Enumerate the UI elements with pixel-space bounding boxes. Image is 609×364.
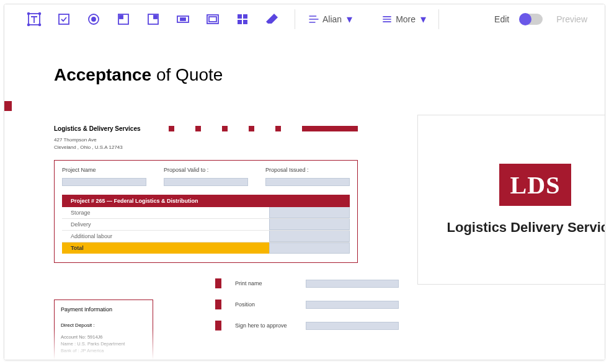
svg-rect-15 (209, 17, 216, 22)
form-left-tool-icon[interactable] (111, 7, 136, 32)
bullet-icon (215, 300, 221, 309)
preview-mode-label: Preview (556, 14, 587, 24)
issued-label: Proposal Issued : (265, 167, 350, 173)
document-sheet: Logistics & Delivery Services 427 Thomps… (54, 125, 358, 263)
radio-tool-icon[interactable] (81, 7, 106, 32)
table-row: Additional labour (62, 231, 350, 242)
svg-rect-11 (154, 16, 157, 19)
form-right-tool-icon[interactable] (141, 7, 166, 32)
svg-rect-17 (243, 14, 247, 19)
project-name-label: Project Name (62, 167, 146, 173)
more-dropdown[interactable]: More ▾ (378, 9, 429, 30)
print-name-label: Print name (235, 280, 292, 286)
svg-point-3 (28, 24, 30, 26)
eraser-tool-icon[interactable] (260, 7, 285, 32)
toolbar: Alian ▾ More ▾ Edit Preview (4, 4, 605, 34)
toolbar-divider (438, 9, 439, 29)
address-line-2: Cleveland , Ohio , U.S.A 12743 (54, 144, 358, 151)
project-name-input[interactable] (62, 178, 146, 186)
position-input[interactable] (306, 301, 399, 309)
more-label: More (396, 14, 416, 24)
valid-to-input[interactable] (164, 178, 248, 186)
bullet-icon (215, 278, 221, 288)
print-name-input[interactable] (306, 280, 399, 288)
image-tool-icon[interactable] (200, 7, 225, 32)
company-name: Logistics & Delivery Services (54, 125, 141, 132)
amount-input[interactable] (269, 219, 350, 230)
svg-rect-5 (59, 14, 69, 24)
valid-to-label: Proposal Valid to : (164, 167, 248, 173)
amount-input[interactable] (269, 207, 350, 218)
svg-point-2 (39, 13, 41, 15)
address-line-1: 427 Thompson Ave (54, 137, 358, 143)
toolbar-divider (295, 9, 295, 29)
payment-subtitle: Direct Deposit : (61, 322, 146, 328)
canvas: Acceptance of Quote Logistics & Delivery… (4, 34, 605, 360)
lds-caption: Logistics Delivery Services (447, 220, 605, 236)
payment-title: Payment Information (61, 306, 146, 313)
lds-logo: LDS (499, 164, 571, 206)
table-row: Storage (62, 207, 350, 219)
decorative-dashes (169, 126, 358, 131)
chevron-down-icon: ▾ (420, 12, 426, 26)
brand-card: LDS Logistics Delivery Services (417, 115, 605, 285)
position-label: Position (235, 301, 292, 308)
amount-input[interactable] (269, 231, 350, 242)
checkbox-tool-icon[interactable] (51, 7, 76, 32)
grid-tool-icon[interactable] (230, 7, 255, 32)
edit-preview-toggle[interactable] (520, 14, 543, 25)
chevron-down-icon: ▾ (347, 12, 352, 26)
total-input[interactable] (269, 242, 350, 254)
table-total-row: Total (62, 242, 350, 254)
svg-rect-16 (238, 14, 242, 19)
tab-marker (4, 101, 12, 111)
svg-rect-13 (180, 18, 185, 20)
svg-rect-9 (120, 16, 123, 19)
fade-overlay (4, 329, 605, 360)
table-row: Delivery (62, 219, 350, 231)
page-title: Acceptance of Quote (54, 65, 223, 85)
sign-approve-label: Sign here to approve (235, 322, 292, 329)
app-frame: Alian ▾ More ▾ Edit Preview Acceptance o… (4, 4, 605, 360)
svg-point-1 (28, 13, 30, 15)
svg-rect-18 (238, 20, 242, 24)
grid-header: Project # 265 — Federal Logistics & Dist… (62, 195, 350, 207)
issued-input[interactable] (265, 178, 350, 186)
button-tool-icon[interactable] (171, 7, 195, 32)
align-dropdown[interactable]: Alian ▾ (305, 9, 355, 30)
svg-rect-19 (243, 20, 247, 24)
svg-point-4 (39, 24, 41, 26)
align-label: Alian (322, 14, 342, 24)
quote-panel: Project Name Proposal Valid to : Proposa… (54, 160, 358, 263)
text-tool-icon[interactable] (22, 7, 47, 32)
edit-mode-label: Edit (494, 14, 509, 24)
svg-point-7 (92, 17, 96, 21)
